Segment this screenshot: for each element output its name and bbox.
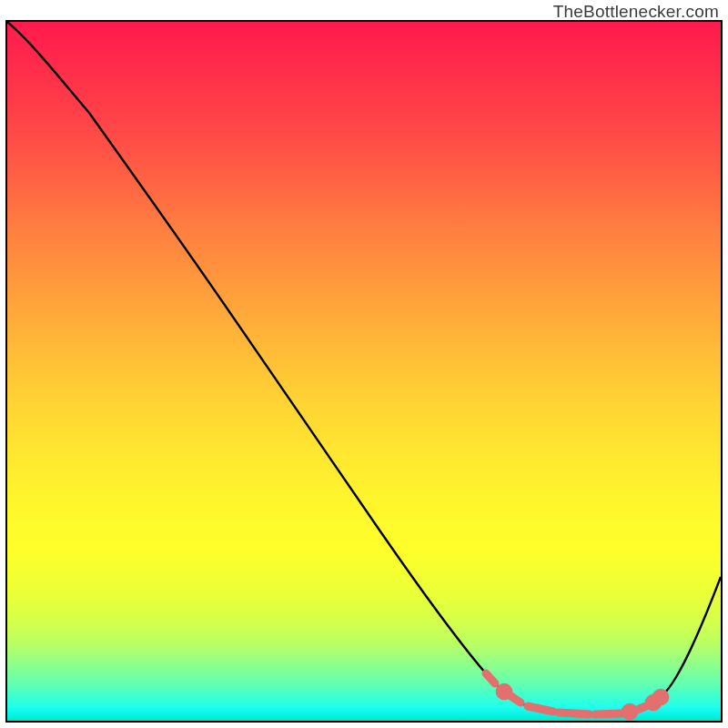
chart-background-gradient xyxy=(7,22,721,721)
chart-frame xyxy=(5,20,723,723)
watermark-text: TheBottlenecker.com xyxy=(553,2,719,22)
